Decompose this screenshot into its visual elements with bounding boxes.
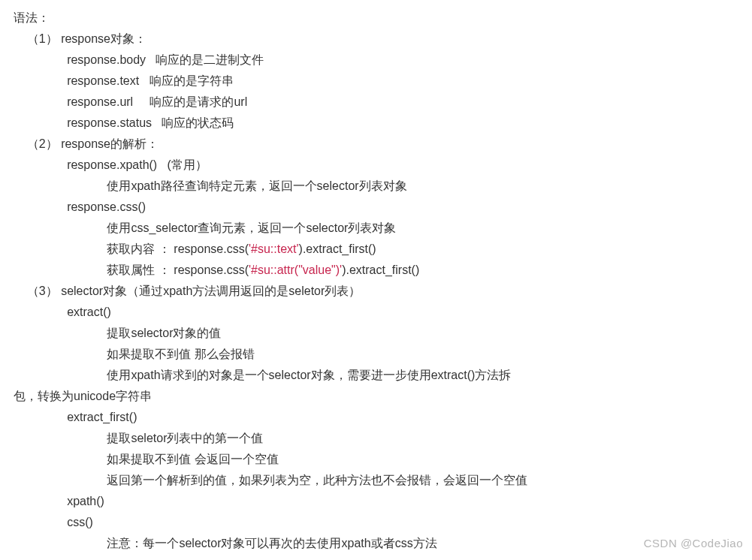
extract-desc-3: 使用xpath请求到的对象是一个selector对象，需要进一步使用extrac…	[14, 365, 738, 386]
extract-first-desc-3: 返回第一个解析到的值，如果列表为空，此种方法也不会报错，会返回一个空值	[14, 470, 738, 491]
css-attr-prefix: 获取属性 ： response.css(	[14, 263, 249, 276]
css-desc: 使用css_selector查询元素，返回一个selector列表对象	[14, 218, 738, 239]
note-line: 注意：每一个selector对象可以再次的去使用xpath或者css方法	[14, 533, 738, 554]
css-attr-string: '#su::attr("value")'	[249, 263, 342, 276]
css-content-line: 获取内容 ： response.css('#su::text').extract…	[14, 239, 738, 260]
extract-desc-2: 如果提取不到值 那么会报错	[14, 344, 738, 365]
extract-first-line: extract_first()	[14, 407, 738, 428]
extract-first-desc-1: 提取seletor列表中的第一个值	[14, 428, 738, 449]
response-text-line: response.text 响应的是字符串	[14, 71, 738, 92]
extract-desc-4: 包，转换为unicode字符串	[14, 386, 738, 407]
css-method-line: css()	[14, 512, 738, 533]
section-2-header: （2） response的解析：	[14, 134, 738, 155]
css-content-suffix: ).extract_first()	[299, 242, 376, 255]
response-css-line: response.css()	[14, 197, 738, 218]
response-status-line: response.status 响应的状态码	[14, 113, 738, 134]
css-attr-line: 获取属性 ： response.css('#su::attr("value")'…	[14, 260, 738, 281]
code-response-url: response.url	[14, 95, 133, 108]
extract-first-desc-2: 如果提取不到值 会返回一个空值	[14, 449, 738, 470]
section-1-header: （1） response对象：	[14, 29, 738, 50]
response-url-line: response.url 响应的是请求的url	[14, 92, 738, 113]
extract-desc-1: 提取selector对象的值	[14, 323, 738, 344]
css-content-prefix: 获取内容 ： response.css(	[14, 242, 249, 255]
code-response-body: response.body	[14, 53, 146, 66]
xpath-desc: 使用xpath路径查询特定元素，返回一个selector列表对象	[14, 176, 738, 197]
css-attr-suffix: ).extract_first()	[342, 263, 419, 276]
response-xpath-line: response.xpath() (常用）	[14, 155, 738, 176]
desc-string: 响应的是字符串	[139, 74, 233, 87]
desc-binary: 响应的是二进制文件	[146, 53, 264, 66]
section-3-header: （3） selector对象（通过xpath方法调用返回的是seletor列表）	[14, 281, 738, 302]
desc-url: 响应的是请求的url	[133, 95, 247, 108]
code-response-text: response.text	[14, 74, 139, 87]
heading-syntax: 语法：	[14, 8, 738, 29]
code-response-status: response.status	[14, 116, 152, 129]
extract-line: extract()	[14, 302, 738, 323]
xpath-method-line: xpath()	[14, 491, 738, 512]
response-body-line: response.body 响应的是二进制文件	[14, 50, 738, 71]
desc-status: 响应的状态码	[152, 116, 234, 129]
css-content-string: '#su::text'	[249, 242, 299, 255]
